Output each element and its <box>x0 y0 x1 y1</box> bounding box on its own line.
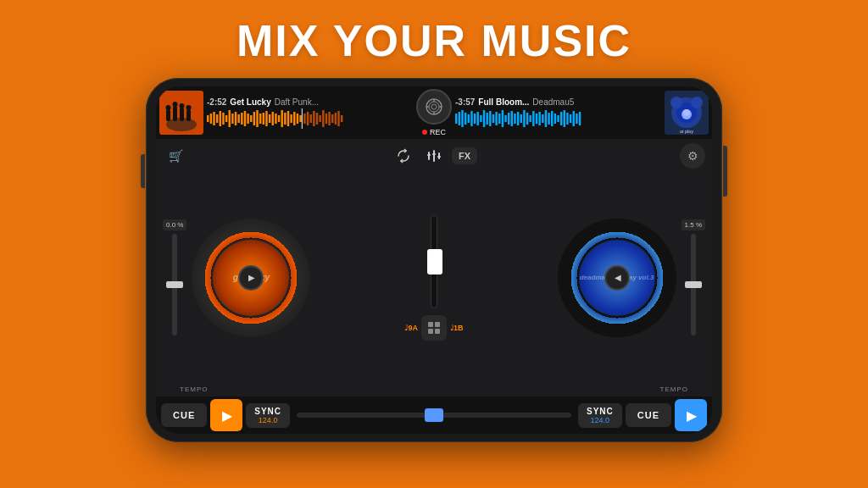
svg-rect-74 <box>486 113 487 125</box>
waveform-bar: -2:52 Get Lucky Daft Punk... <box>156 86 712 139</box>
svg-rect-116 <box>427 154 431 156</box>
left-play-button[interactable]: ▶ <box>210 399 242 431</box>
right-track-meta: -3:57 Full Bloom... Deadmau5 <box>455 97 661 107</box>
right-turntable-section: 1.5 % deadmau5 at play vol.3 ◀ <box>466 219 705 337</box>
right-sync-bpm: 124.0 <box>591 416 610 424</box>
left-sync-button[interactable]: SYNC 124.0 <box>246 403 290 428</box>
svg-point-9 <box>186 105 192 110</box>
svg-rect-89 <box>532 111 534 126</box>
left-track-name: Get Lucky <box>230 97 270 107</box>
right-play-icon: ▶ <box>687 408 697 424</box>
svg-rect-81 <box>508 113 509 125</box>
left-pitch-handle[interactable] <box>166 281 183 288</box>
record-button[interactable] <box>416 89 452 125</box>
right-key: ♩1B <box>450 324 464 332</box>
grid-button[interactable] <box>421 315 447 341</box>
right-play-button[interactable]: ▶ <box>675 399 707 431</box>
svg-rect-53 <box>335 113 337 125</box>
svg-rect-12 <box>210 114 212 124</box>
svg-rect-4 <box>173 106 177 121</box>
svg-rect-94 <box>548 113 549 125</box>
svg-rect-16 <box>222 113 224 125</box>
svg-rect-99 <box>564 110 565 127</box>
svg-rect-84 <box>517 112 519 125</box>
svg-rect-49 <box>322 110 324 127</box>
svg-rect-26 <box>253 112 255 125</box>
svg-rect-51 <box>328 112 330 125</box>
page-title: MIX YOUR MUSIC <box>0 0 868 66</box>
svg-point-58 <box>431 104 437 109</box>
svg-rect-70 <box>474 114 476 124</box>
loop-button[interactable] <box>391 143 416 169</box>
left-cue-button[interactable]: CUE <box>161 403 207 427</box>
svg-rect-29 <box>263 113 264 125</box>
left-time: -2:52 <box>207 97 226 107</box>
svg-rect-71 <box>477 112 479 125</box>
svg-point-3 <box>166 105 171 110</box>
svg-rect-98 <box>560 112 562 125</box>
left-play-icon: ▶ <box>222 408 232 424</box>
svg-rect-104 <box>579 112 581 125</box>
svg-rect-30 <box>265 111 267 126</box>
svg-rect-78 <box>498 114 500 124</box>
svg-rect-76 <box>492 114 494 123</box>
svg-rect-64 <box>455 114 457 124</box>
svg-rect-114 <box>433 150 435 162</box>
left-artist: Daft Punk... <box>275 97 319 107</box>
vertical-crossfader[interactable] <box>431 215 437 308</box>
eq-button[interactable] <box>421 143 447 169</box>
left-pitch-value: 0.0 % <box>163 219 186 230</box>
svg-rect-23 <box>244 111 246 126</box>
svg-rect-8 <box>186 109 191 121</box>
svg-point-7 <box>180 103 185 108</box>
right-waveform-container: -3:57 Full Bloom... Deadmau5 <box>455 97 661 129</box>
svg-rect-6 <box>180 108 184 121</box>
crossfader-track-h[interactable] <box>297 413 571 418</box>
svg-rect-27 <box>256 110 258 127</box>
svg-rect-11 <box>207 115 209 122</box>
svg-rect-17 <box>225 115 227 122</box>
svg-rect-87 <box>526 113 528 125</box>
fx-button[interactable]: FX <box>452 147 477 164</box>
svg-rect-44 <box>307 112 309 125</box>
svg-rect-103 <box>576 114 577 124</box>
screen: -2:52 Get Lucky Daft Punk... <box>156 86 712 434</box>
right-pitch-slider[interactable] <box>691 234 696 336</box>
settings-button[interactable]: ⚙ <box>680 143 705 169</box>
right-tempo-label: TEMPO <box>660 385 688 393</box>
svg-rect-120 <box>435 322 440 327</box>
right-pitch-handle[interactable] <box>685 281 702 288</box>
right-cue-button[interactable]: CUE <box>626 403 671 427</box>
right-sync-button[interactable]: SYNC 124.0 <box>578 403 622 428</box>
left-vinyl[interactable]: get lucky ▶ <box>192 219 310 337</box>
left-turntable-section: 0.0 % get lucky ▶ <box>163 219 402 337</box>
right-time: -3:57 <box>455 97 475 107</box>
svg-point-108 <box>670 97 682 108</box>
right-album-art: at play <box>665 91 709 135</box>
svg-rect-97 <box>557 115 559 122</box>
right-vinyl-center[interactable]: ◀ <box>604 265 630 291</box>
right-waveform <box>455 108 661 129</box>
crossfader-handle-h[interactable] <box>425 408 443 422</box>
svg-rect-28 <box>259 114 261 124</box>
cart-button[interactable]: 🛒 <box>163 143 188 169</box>
svg-rect-31 <box>269 114 270 123</box>
left-pitch-slider[interactable] <box>172 234 177 336</box>
svg-rect-22 <box>241 113 242 125</box>
left-album-art <box>159 91 203 135</box>
svg-rect-85 <box>520 114 522 123</box>
right-track-name: Full Bloom... <box>478 97 529 107</box>
left-vinyl-center[interactable]: ▶ <box>238 265 264 291</box>
cart-icon: 🛒 <box>169 149 183 163</box>
svg-rect-95 <box>551 111 553 126</box>
svg-rect-41 <box>299 115 301 122</box>
svg-rect-34 <box>278 115 280 122</box>
right-deck-info: -3:57 Full Bloom... Deadmau5 <box>455 86 709 139</box>
svg-rect-20 <box>235 112 236 125</box>
right-vinyl[interactable]: deadmau5 at play vol.3 ◀ <box>558 219 676 337</box>
vertical-crossfader-handle[interactable] <box>427 249 442 274</box>
svg-rect-118 <box>437 156 441 158</box>
svg-rect-39 <box>293 112 295 125</box>
left-deck-info: -2:52 Get Lucky Daft Punk... <box>159 86 413 139</box>
svg-rect-80 <box>504 115 506 122</box>
